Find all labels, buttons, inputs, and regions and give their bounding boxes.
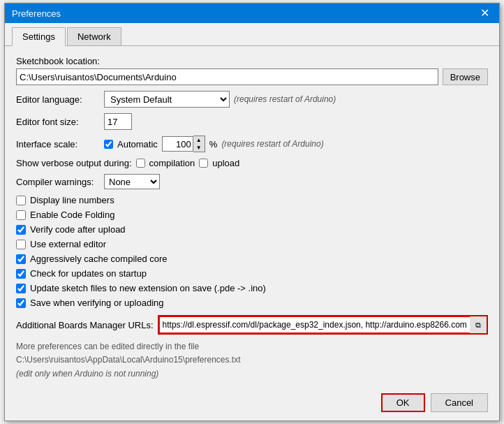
enable-code-folding-label: Enable Code Folding — [30, 210, 114, 220]
compilation-checkbox[interactable] — [136, 159, 145, 168]
scale-hint: (requires restart of Arduino) — [221, 139, 323, 149]
interface-scale-row: Interface scale: Automatic ▲ ▼ % (requir… — [16, 136, 488, 152]
cancel-button[interactable]: Cancel — [431, 393, 488, 412]
display-line-numbers-checkbox[interactable] — [16, 196, 26, 205]
close-button[interactable]: ✕ — [477, 8, 492, 19]
spinner-down[interactable]: ▼ — [193, 144, 205, 152]
scale-unit: % — [209, 139, 218, 149]
editor-language-select[interactable]: System Default — [104, 91, 230, 108]
boards-manager-input[interactable] — [159, 316, 470, 333]
compiler-warnings-row: Compiler warnings: None — [16, 174, 488, 189]
boards-manager-section: Additional Boards Manager URLs: ⧉ — [16, 315, 488, 335]
display-line-numbers-label: Display line numbers — [30, 195, 114, 205]
external-editor-label: Use external editor — [30, 239, 106, 249]
browse-button[interactable]: Browse — [443, 68, 488, 85]
tab-network[interactable]: Network — [67, 27, 121, 45]
editor-language-row: Editor language: System Default (require… — [16, 91, 488, 108]
checkbox-row-6: Update sketch files to new extension on … — [16, 283, 488, 293]
editor-font-size-row: Editor font size: — [16, 113, 488, 130]
checkbox-row-5: Check for updates on startup — [16, 268, 488, 279]
spinner-buttons: ▲ ▼ — [193, 136, 205, 152]
save-when-verifying-label: Save when verifying or uploading — [30, 298, 164, 308]
interface-scale-label: Interface scale: — [16, 139, 100, 149]
checkboxes-section: Display line numbers Enable Code Folding… — [16, 195, 488, 308]
footer-info: More preferences can be edited directly … — [16, 340, 488, 381]
upload-label: upload — [212, 158, 239, 168]
footer-line1: More preferences can be edited directly … — [16, 340, 488, 353]
update-sketch-label: Update sketch files to new extension on … — [30, 283, 266, 293]
checkbox-row-7: Save when verifying or uploading — [16, 298, 488, 308]
checkbox-row-3: Use external editor — [16, 239, 488, 249]
sketchbook-label: Sketchbook location: — [16, 56, 488, 66]
automatic-label: Automatic — [117, 139, 158, 149]
compiler-warnings-label: Compiler warnings: — [16, 177, 100, 187]
checkbox-row-1: Enable Code Folding — [16, 210, 488, 220]
compilation-label: compilation — [149, 158, 195, 168]
checkbox-row-2: Verify code after upload — [16, 224, 488, 235]
verify-code-label: Verify code after upload — [30, 224, 126, 235]
footer-line3: (edit only when Arduino is not running) — [16, 367, 488, 381]
title-bar: Preferences ✕ — [5, 3, 499, 23]
verify-code-checkbox[interactable] — [16, 225, 26, 235]
verbose-label: Show verbose output during: — [16, 158, 132, 168]
sketchbook-section: Sketchbook location: Browse — [16, 56, 488, 85]
verbose-output-row: Show verbose output during: compilation … — [16, 158, 488, 168]
update-sketch-checkbox[interactable] — [16, 284, 26, 293]
scale-input[interactable] — [162, 136, 193, 152]
enable-code-folding-checkbox[interactable] — [16, 210, 26, 220]
boards-copy-button[interactable]: ⧉ — [470, 316, 487, 333]
settings-content: Sketchbook location: Browse Editor langu… — [5, 46, 499, 388]
tab-bar: Settings Network — [5, 23, 499, 46]
aggressively-cache-label: Aggressively cache compiled core — [30, 254, 168, 264]
scale-spinner: ▲ ▼ — [162, 136, 205, 152]
boards-manager-label: Additional Boards Manager URLs: — [16, 320, 154, 330]
compiler-warnings-select[interactable]: None — [104, 174, 160, 189]
ok-button[interactable]: OK — [381, 393, 425, 412]
external-editor-checkbox[interactable] — [16, 240, 26, 249]
sketchbook-input[interactable] — [16, 68, 438, 85]
upload-checkbox[interactable] — [199, 159, 208, 168]
editor-language-label: Editor language: — [16, 94, 100, 105]
aggressively-cache-checkbox[interactable] — [16, 254, 26, 264]
check-updates-label: Check for updates on startup — [30, 268, 147, 279]
editor-language-hint: (requires restart of Arduino) — [234, 94, 336, 104]
checkbox-row-0: Display line numbers — [16, 195, 488, 205]
window-title: Preferences — [12, 8, 61, 19]
spinner-up[interactable]: ▲ — [193, 136, 205, 144]
preferences-dialog: Preferences ✕ Settings Network Sketchboo… — [4, 3, 500, 421]
editor-font-size-label: Editor font size: — [16, 117, 100, 127]
automatic-checkbox[interactable] — [104, 140, 113, 149]
checkbox-row-4: Aggressively cache compiled core — [16, 254, 488, 264]
check-updates-checkbox[interactable] — [16, 269, 26, 279]
boards-input-wrap: ⧉ — [158, 315, 488, 335]
dialog-buttons: OK Cancel — [5, 388, 499, 421]
footer-line2: C:\Users\ruisantos\AppData\Local\Arduino… — [16, 353, 488, 367]
save-when-verifying-checkbox[interactable] — [16, 298, 26, 308]
editor-font-size-input[interactable] — [104, 113, 132, 130]
tab-settings[interactable]: Settings — [12, 27, 66, 46]
